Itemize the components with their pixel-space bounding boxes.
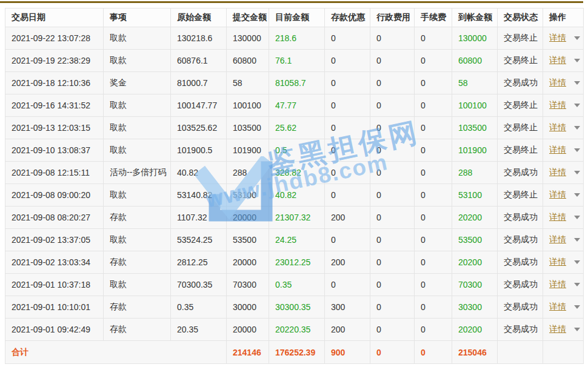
cell-admin-fee: 0 [370,184,415,207]
cell-action: 详情 [543,207,584,229]
cell-date: 2021-09-22 13:07:28 [5,27,104,50]
cell-status: 交易终止 [498,94,543,117]
cell-status: 交易成功 [498,229,543,251]
chevron-down-icon[interactable] [574,260,580,264]
cell-status: 交易成功 [498,72,543,94]
chevron-down-icon[interactable] [574,36,580,40]
cell-date: 2021-09-16 14:31:52 [5,94,104,117]
footer-submitted-total: 214146 [227,341,269,364]
cell-deposit-bonus: 200 [325,251,370,274]
cell-current-amount: 21307.32 [269,207,325,229]
cell-received-amount: 103500 [452,117,498,139]
cell-admin-fee: 0 [370,94,415,117]
cell-date: 2021-09-02 13:03:34 [5,251,104,274]
cell-current-amount: 23012.25 [269,251,325,274]
footer-row: 合计 214146 176252.39 900 0 0 215046 [5,341,584,364]
footer-action-empty [543,341,584,364]
footer-admin-total: 0 [370,341,415,364]
chevron-down-icon[interactable] [574,59,580,62]
table-row: 2021-09-02 13:03:34 存款 2812.25 20000 230… [5,251,584,274]
cell-handling-fee: 0 [415,27,452,50]
cell-original-amount: 60876.1 [171,50,227,72]
cell-action: 详情 [543,296,584,319]
cell-admin-fee: 0 [370,162,415,184]
cell-date: 2021-09-01 10:37:18 [5,274,104,296]
cell-submitted-amount: 20000 [227,319,269,341]
table-row: 2021-09-02 13:37:05 取款 53524.25 53500 24… [5,229,584,251]
cell-status: 交易成功 [498,162,543,184]
cell-date: 2021-09-08 12:15:11 [5,162,104,184]
cell-action: 详情 [543,50,584,72]
header-row: 交易日期 事项 原始金额 提交金额 目前金额 存款优惠 行政费用 手续费 到帐金… [5,8,584,27]
detail-link[interactable]: 详情 [549,55,566,65]
detail-link[interactable]: 详情 [549,78,566,87]
cell-handling-fee: 0 [415,117,452,139]
chevron-down-icon[interactable] [574,328,580,331]
detail-link[interactable]: 详情 [549,145,566,154]
chevron-down-icon[interactable] [574,193,580,197]
cell-current-amount: 328.82 [269,162,325,184]
cell-submitted-amount: 30000 [227,296,269,319]
detail-link[interactable]: 详情 [549,257,566,266]
cell-current-amount: 40.82 [269,184,325,207]
cell-handling-fee: 0 [415,251,452,274]
cell-action: 详情 [543,117,584,139]
cell-current-amount: 0.35 [269,274,325,296]
detail-link[interactable]: 详情 [549,279,566,289]
cell-deposit-bonus: 200 [325,319,370,341]
cell-item: 取款 [104,229,171,251]
detail-link[interactable]: 详情 [549,302,566,311]
detail-link[interactable]: 详情 [549,212,566,222]
cell-submitted-amount: 70300 [227,274,269,296]
cell-submitted-amount: 53500 [227,229,269,251]
detail-link[interactable]: 详情 [549,100,566,110]
cell-admin-fee: 0 [370,319,415,341]
cell-original-amount: 103525.62 [171,117,227,139]
detail-link[interactable]: 详情 [549,324,566,334]
chevron-down-icon[interactable] [574,148,580,152]
cell-current-amount: 218.6 [269,27,325,50]
cell-submitted-amount: 60800 [227,50,269,72]
cell-received-amount: 53500 [452,229,498,251]
cell-current-amount: 0.5 [269,139,325,162]
footer-current-total: 176252.39 [269,341,325,364]
cell-current-amount: 76.1 [269,50,325,72]
cell-original-amount: 1107.32 [171,207,227,229]
cell-deposit-bonus: 0 [325,50,370,72]
detail-link[interactable]: 详情 [549,234,566,244]
cell-action: 详情 [543,184,584,207]
detail-link[interactable]: 详情 [549,190,566,199]
chevron-down-icon[interactable] [574,126,580,130]
chevron-down-icon[interactable] [574,216,580,219]
cell-received-amount: 58 [452,72,498,94]
cell-original-amount: 70300.35 [171,274,227,296]
cell-admin-fee: 0 [370,274,415,296]
chevron-down-icon[interactable] [574,104,580,107]
cell-deposit-bonus: 0 [325,184,370,207]
chevron-down-icon[interactable] [574,81,580,85]
detail-link[interactable]: 详情 [549,167,566,177]
cell-submitted-amount: 20000 [227,251,269,274]
cell-received-amount: 100100 [452,94,498,117]
cell-handling-fee: 0 [415,296,452,319]
detail-link[interactable]: 详情 [549,122,566,132]
cell-action: 详情 [543,94,584,117]
chevron-down-icon[interactable] [574,283,580,286]
cell-received-amount: 101900 [452,139,498,162]
cell-item: 存款 [104,207,171,229]
cell-received-amount: 20200 [452,207,498,229]
detail-link[interactable]: 详情 [549,33,566,42]
chevron-down-icon[interactable] [574,305,580,309]
footer-fee-total: 0 [415,341,452,364]
cell-action: 详情 [543,229,584,251]
col-header-original: 原始金额 [171,8,227,27]
cell-status: 交易成功 [498,319,543,341]
col-header-item: 事项 [104,8,171,27]
cell-handling-fee: 0 [415,184,452,207]
cell-received-amount: 20200 [452,319,498,341]
chevron-down-icon[interactable] [574,171,580,174]
table-row: 2021-09-19 22:38:29 取款 60876.1 60800 76.… [5,50,584,72]
cell-action: 详情 [543,319,584,341]
cell-status: 交易终止 [498,184,543,207]
chevron-down-icon[interactable] [574,238,580,242]
